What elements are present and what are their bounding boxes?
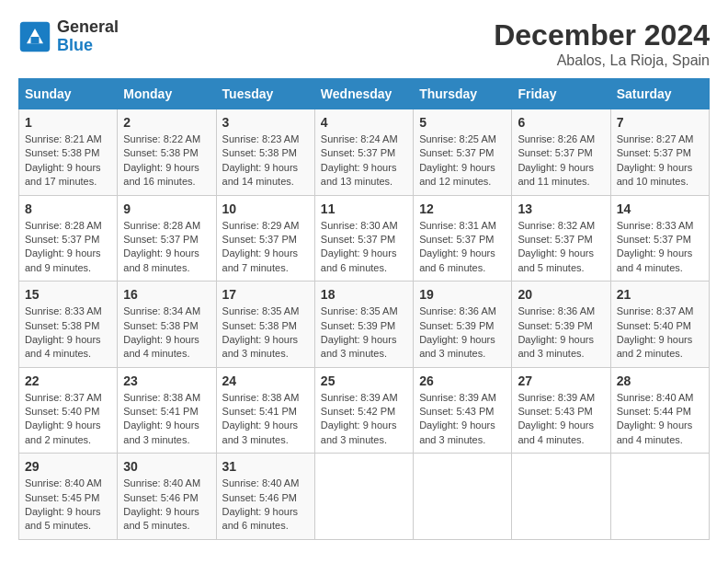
table-row bbox=[414, 454, 512, 540]
page-header: General Blue December 2024 Abalos, La Ri… bbox=[18, 18, 710, 69]
table-row: 24Sunrise: 8:38 AMSunset: 5:41 PMDayligh… bbox=[216, 367, 314, 454]
table-row: 15Sunrise: 8:33 AMSunset: 5:38 PMDayligh… bbox=[19, 282, 118, 368]
logo-icon bbox=[18, 20, 51, 53]
table-row: 29Sunrise: 8:40 AMSunset: 5:45 PMDayligh… bbox=[19, 454, 118, 540]
table-row: 6Sunrise: 8:26 AMSunset: 5:37 PMDaylight… bbox=[512, 109, 610, 196]
svg-rect-2 bbox=[31, 37, 40, 43]
table-row: 25Sunrise: 8:39 AMSunset: 5:42 PMDayligh… bbox=[314, 367, 413, 454]
table-row: 14Sunrise: 8:33 AMSunset: 5:37 PMDayligh… bbox=[610, 195, 709, 282]
table-row: 1Sunrise: 8:21 AMSunset: 5:38 PMDaylight… bbox=[19, 109, 118, 196]
table-row: 7Sunrise: 8:27 AMSunset: 5:37 PMDaylight… bbox=[610, 109, 709, 196]
col-wednesday: Wednesday bbox=[314, 79, 413, 109]
col-thursday: Thursday bbox=[414, 79, 512, 109]
calendar-title: December 2024 bbox=[494, 18, 710, 52]
table-row: 27Sunrise: 8:39 AMSunset: 5:43 PMDayligh… bbox=[512, 367, 610, 454]
table-row: 8Sunrise: 8:28 AMSunset: 5:37 PMDaylight… bbox=[19, 195, 118, 282]
table-row: 11Sunrise: 8:30 AMSunset: 5:37 PMDayligh… bbox=[314, 195, 413, 282]
table-row: 9Sunrise: 8:28 AMSunset: 5:37 PMDaylight… bbox=[118, 195, 216, 282]
logo-line2: Blue bbox=[57, 37, 119, 55]
col-friday: Friday bbox=[512, 79, 610, 109]
logo-text: General Blue bbox=[57, 18, 119, 55]
table-row: 16Sunrise: 8:34 AMSunset: 5:38 PMDayligh… bbox=[118, 282, 216, 368]
calendar-table: Sunday Monday Tuesday Wednesday Thursday… bbox=[18, 78, 710, 540]
logo: General Blue bbox=[18, 18, 119, 55]
calendar-subtitle: Abalos, La Rioja, Spain bbox=[494, 52, 710, 69]
table-row: 23Sunrise: 8:38 AMSunset: 5:41 PMDayligh… bbox=[118, 367, 216, 454]
table-row: 21Sunrise: 8:37 AMSunset: 5:40 PMDayligh… bbox=[610, 282, 709, 368]
logo-line1: General bbox=[57, 18, 119, 37]
table-row: 2Sunrise: 8:22 AMSunset: 5:38 PMDaylight… bbox=[118, 109, 216, 196]
table-row: 13Sunrise: 8:32 AMSunset: 5:37 PMDayligh… bbox=[512, 195, 610, 282]
table-row: 30Sunrise: 8:40 AMSunset: 5:46 PMDayligh… bbox=[118, 454, 216, 540]
table-row bbox=[512, 454, 610, 540]
table-row: 4Sunrise: 8:24 AMSunset: 5:37 PMDaylight… bbox=[314, 109, 413, 196]
table-row: 10Sunrise: 8:29 AMSunset: 5:37 PMDayligh… bbox=[216, 195, 314, 282]
col-saturday: Saturday bbox=[610, 79, 709, 109]
table-row: 17Sunrise: 8:35 AMSunset: 5:38 PMDayligh… bbox=[216, 282, 314, 368]
table-row bbox=[610, 454, 709, 540]
table-row: 18Sunrise: 8:35 AMSunset: 5:39 PMDayligh… bbox=[314, 282, 413, 368]
table-row: 5Sunrise: 8:25 AMSunset: 5:37 PMDaylight… bbox=[414, 109, 512, 196]
table-row: 28Sunrise: 8:40 AMSunset: 5:44 PMDayligh… bbox=[610, 367, 709, 454]
calendar-header-row: Sunday Monday Tuesday Wednesday Thursday… bbox=[19, 79, 710, 109]
title-block: December 2024 Abalos, La Rioja, Spain bbox=[494, 18, 710, 69]
table-row bbox=[314, 454, 413, 540]
table-row: 12Sunrise: 8:31 AMSunset: 5:37 PMDayligh… bbox=[414, 195, 512, 282]
table-row: 20Sunrise: 8:36 AMSunset: 5:39 PMDayligh… bbox=[512, 282, 610, 368]
col-sunday: Sunday bbox=[19, 79, 118, 109]
table-row: 3Sunrise: 8:23 AMSunset: 5:38 PMDaylight… bbox=[216, 109, 314, 196]
table-row: 22Sunrise: 8:37 AMSunset: 5:40 PMDayligh… bbox=[19, 367, 118, 454]
table-row: 31Sunrise: 8:40 AMSunset: 5:46 PMDayligh… bbox=[216, 454, 314, 540]
table-row: 19Sunrise: 8:36 AMSunset: 5:39 PMDayligh… bbox=[414, 282, 512, 368]
table-row: 26Sunrise: 8:39 AMSunset: 5:43 PMDayligh… bbox=[414, 367, 512, 454]
col-tuesday: Tuesday bbox=[216, 79, 314, 109]
col-monday: Monday bbox=[118, 79, 216, 109]
